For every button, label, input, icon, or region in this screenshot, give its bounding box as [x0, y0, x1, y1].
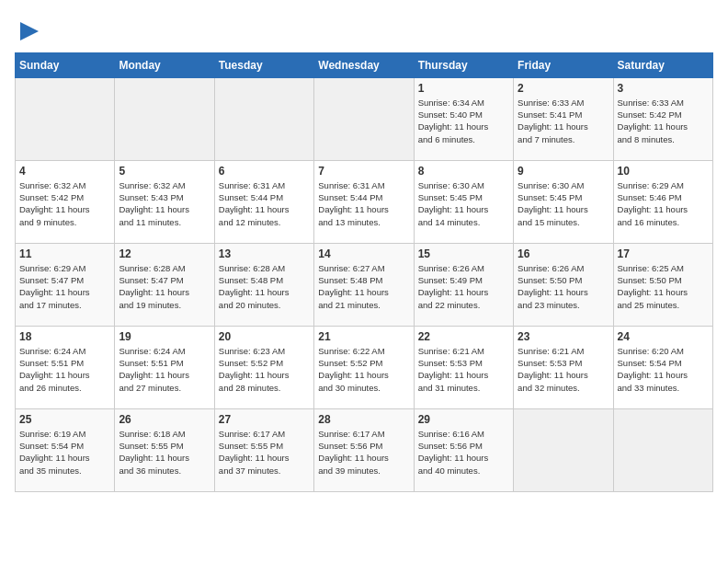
calendar-cell: 13Sunrise: 6:28 AM Sunset: 5:48 PM Dayli…	[214, 243, 313, 326]
svg-marker-0	[20, 22, 39, 40]
calendar-cell	[16, 77, 115, 160]
calendar-cell: 22Sunrise: 6:21 AM Sunset: 5:53 PM Dayli…	[414, 326, 513, 408]
dow-sunday: Sunday	[16, 52, 115, 77]
day-info: Sunrise: 6:30 AM Sunset: 5:45 PM Dayligh…	[518, 179, 609, 228]
day-number: 27	[219, 413, 310, 426]
day-number: 2	[518, 82, 609, 95]
calendar-body: 1Sunrise: 6:34 AM Sunset: 5:40 PM Daylig…	[16, 77, 713, 491]
calendar-cell: 20Sunrise: 6:23 AM Sunset: 5:52 PM Dayli…	[214, 326, 313, 408]
day-info: Sunrise: 6:21 AM Sunset: 5:53 PM Dayligh…	[418, 345, 509, 394]
calendar-cell: 11Sunrise: 6:29 AM Sunset: 5:47 PM Dayli…	[16, 243, 115, 326]
day-info: Sunrise: 6:19 AM Sunset: 5:54 PM Dayligh…	[19, 428, 110, 477]
day-number: 26	[119, 413, 210, 426]
dow-saturday: Saturday	[613, 52, 712, 77]
week-row-4: 25Sunrise: 6:19 AM Sunset: 5:54 PM Dayli…	[16, 408, 713, 491]
day-number: 10	[618, 165, 709, 178]
week-row-2: 11Sunrise: 6:29 AM Sunset: 5:47 PM Dayli…	[16, 243, 713, 326]
day-number: 12	[119, 247, 210, 260]
day-number: 18	[19, 330, 110, 343]
calendar-cell: 18Sunrise: 6:24 AM Sunset: 5:51 PM Dayli…	[16, 326, 115, 408]
calendar-cell: 28Sunrise: 6:17 AM Sunset: 5:56 PM Dayli…	[314, 408, 414, 491]
calendar-cell: 15Sunrise: 6:26 AM Sunset: 5:49 PM Dayli…	[414, 243, 513, 326]
calendar-cell	[115, 77, 214, 160]
dow-wednesday: Wednesday	[314, 52, 414, 77]
day-number: 8	[418, 165, 509, 178]
day-info: Sunrise: 6:31 AM Sunset: 5:44 PM Dayligh…	[318, 179, 409, 228]
day-info: Sunrise: 6:34 AM Sunset: 5:40 PM Dayligh…	[418, 97, 509, 145]
day-number: 28	[318, 413, 409, 426]
day-info: Sunrise: 6:28 AM Sunset: 5:48 PM Dayligh…	[219, 262, 310, 311]
day-info: Sunrise: 6:28 AM Sunset: 5:47 PM Dayligh…	[119, 262, 210, 311]
week-row-3: 18Sunrise: 6:24 AM Sunset: 5:51 PM Dayli…	[16, 326, 713, 408]
dow-monday: Monday	[115, 52, 214, 77]
calendar-cell: 7Sunrise: 6:31 AM Sunset: 5:44 PM Daylig…	[314, 160, 414, 243]
day-info: Sunrise: 6:24 AM Sunset: 5:51 PM Dayligh…	[19, 345, 110, 394]
day-info: Sunrise: 6:22 AM Sunset: 5:52 PM Dayligh…	[318, 345, 409, 394]
day-number: 9	[518, 165, 609, 178]
calendar-cell: 4Sunrise: 6:32 AM Sunset: 5:42 PM Daylig…	[16, 160, 115, 243]
day-info: Sunrise: 6:20 AM Sunset: 5:54 PM Dayligh…	[618, 345, 709, 394]
day-of-week-header-row: SundayMondayTuesdayWednesdayThursdayFrid…	[16, 52, 713, 77]
day-number: 11	[19, 247, 110, 260]
calendar-cell: 17Sunrise: 6:25 AM Sunset: 5:50 PM Dayli…	[613, 243, 712, 326]
calendar-cell: 16Sunrise: 6:26 AM Sunset: 5:50 PM Dayli…	[514, 243, 613, 326]
calendar-table: SundayMondayTuesdayWednesdayThursdayFrid…	[15, 52, 713, 492]
day-number: 7	[318, 165, 409, 178]
day-number: 13	[219, 247, 310, 260]
calendar-cell: 26Sunrise: 6:18 AM Sunset: 5:55 PM Dayli…	[115, 408, 214, 491]
day-number: 16	[518, 247, 609, 260]
calendar-cell: 6Sunrise: 6:31 AM Sunset: 5:44 PM Daylig…	[214, 160, 313, 243]
logo	[15, 18, 42, 49]
calendar-cell: 10Sunrise: 6:29 AM Sunset: 5:46 PM Dayli…	[613, 160, 712, 243]
day-number: 3	[618, 82, 709, 95]
calendar-cell: 3Sunrise: 6:33 AM Sunset: 5:42 PM Daylig…	[613, 77, 712, 160]
calendar-cell: 24Sunrise: 6:20 AM Sunset: 5:54 PM Dayli…	[613, 326, 712, 408]
day-number: 6	[219, 165, 310, 178]
day-number: 20	[219, 330, 310, 343]
day-info: Sunrise: 6:18 AM Sunset: 5:55 PM Dayligh…	[119, 428, 210, 477]
calendar-cell	[613, 408, 712, 491]
day-info: Sunrise: 6:21 AM Sunset: 5:53 PM Dayligh…	[518, 345, 609, 394]
day-info: Sunrise: 6:16 AM Sunset: 5:56 PM Dayligh…	[418, 428, 509, 477]
calendar-cell: 23Sunrise: 6:21 AM Sunset: 5:53 PM Dayli…	[514, 326, 613, 408]
day-number: 14	[318, 247, 409, 260]
calendar-cell: 12Sunrise: 6:28 AM Sunset: 5:47 PM Dayli…	[115, 243, 214, 326]
calendar-cell: 2Sunrise: 6:33 AM Sunset: 5:41 PM Daylig…	[514, 77, 613, 160]
dow-thursday: Thursday	[414, 52, 513, 77]
day-info: Sunrise: 6:31 AM Sunset: 5:44 PM Dayligh…	[219, 179, 310, 228]
calendar-cell: 14Sunrise: 6:27 AM Sunset: 5:48 PM Dayli…	[314, 243, 414, 326]
day-info: Sunrise: 6:30 AM Sunset: 5:45 PM Dayligh…	[418, 179, 509, 228]
page-header	[15, 15, 713, 49]
day-number: 4	[19, 165, 110, 178]
day-info: Sunrise: 6:29 AM Sunset: 5:46 PM Dayligh…	[618, 179, 709, 228]
calendar-cell: 21Sunrise: 6:22 AM Sunset: 5:52 PM Dayli…	[314, 326, 414, 408]
day-info: Sunrise: 6:27 AM Sunset: 5:48 PM Dayligh…	[318, 262, 409, 311]
calendar-cell: 29Sunrise: 6:16 AM Sunset: 5:56 PM Dayli…	[414, 408, 513, 491]
day-info: Sunrise: 6:25 AM Sunset: 5:50 PM Dayligh…	[618, 262, 709, 311]
logo-flag-icon	[17, 18, 42, 44]
day-number: 15	[418, 247, 509, 260]
calendar-cell: 1Sunrise: 6:34 AM Sunset: 5:40 PM Daylig…	[414, 77, 513, 160]
calendar-cell: 8Sunrise: 6:30 AM Sunset: 5:45 PM Daylig…	[414, 160, 513, 243]
calendar-cell: 5Sunrise: 6:32 AM Sunset: 5:43 PM Daylig…	[115, 160, 214, 243]
dow-friday: Friday	[514, 52, 613, 77]
week-row-1: 4Sunrise: 6:32 AM Sunset: 5:42 PM Daylig…	[16, 160, 713, 243]
day-number: 25	[19, 413, 110, 426]
calendar-cell	[314, 77, 414, 160]
day-number: 24	[618, 330, 709, 343]
day-info: Sunrise: 6:26 AM Sunset: 5:49 PM Dayligh…	[418, 262, 509, 311]
day-info: Sunrise: 6:23 AM Sunset: 5:52 PM Dayligh…	[219, 345, 310, 394]
day-info: Sunrise: 6:26 AM Sunset: 5:50 PM Dayligh…	[518, 262, 609, 311]
day-number: 19	[119, 330, 210, 343]
calendar-cell: 9Sunrise: 6:30 AM Sunset: 5:45 PM Daylig…	[514, 160, 613, 243]
day-number: 23	[518, 330, 609, 343]
day-info: Sunrise: 6:24 AM Sunset: 5:51 PM Dayligh…	[119, 345, 210, 394]
day-number: 1	[418, 82, 509, 95]
week-row-0: 1Sunrise: 6:34 AM Sunset: 5:40 PM Daylig…	[16, 77, 713, 160]
day-number: 22	[418, 330, 509, 343]
calendar-cell	[214, 77, 313, 160]
day-info: Sunrise: 6:32 AM Sunset: 5:43 PM Dayligh…	[119, 179, 210, 228]
day-number: 17	[618, 247, 709, 260]
day-info: Sunrise: 6:17 AM Sunset: 5:55 PM Dayligh…	[219, 428, 310, 477]
calendar-cell: 27Sunrise: 6:17 AM Sunset: 5:55 PM Dayli…	[214, 408, 313, 491]
